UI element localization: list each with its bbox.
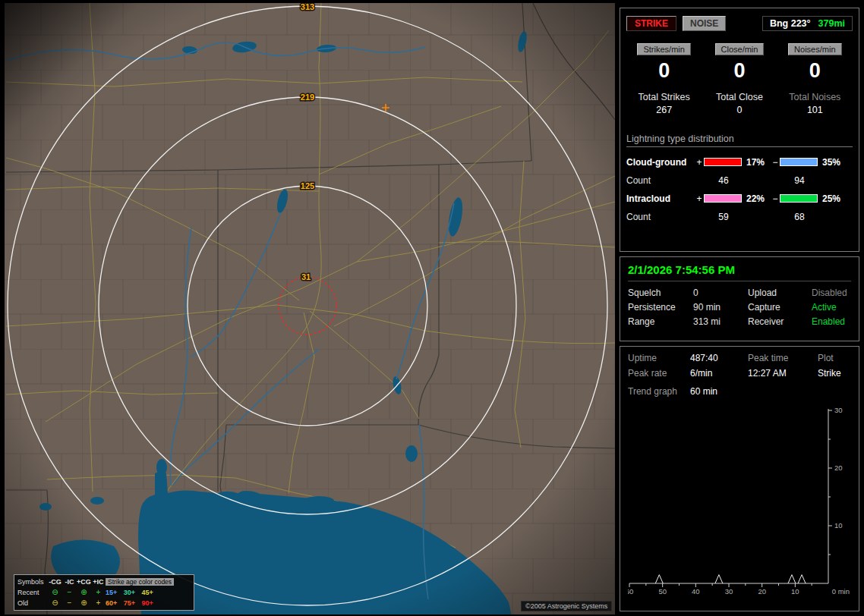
range-value: 313 mi	[693, 316, 748, 327]
datetime-readout: 2/1/2026 7:54:56 PM	[628, 263, 851, 281]
intracloud-negative-pct: 25%	[819, 193, 853, 204]
svg-text:219: 219	[301, 93, 314, 102]
plus-sign: +	[695, 193, 704, 204]
persistence-value: 90 min	[693, 302, 748, 313]
old-neg-ic-icon: −	[62, 599, 77, 607]
recent-pos-cg-icon: ⊕	[77, 589, 91, 596]
capture-label: Capture	[748, 302, 812, 313]
legend-col-neg-ic: -IC	[62, 578, 77, 586]
intracloud-label: Intracloud	[626, 193, 695, 204]
cloud-ground-positive-count: 46	[704, 175, 743, 186]
sidebar: STRIKE NOISE Bng 223° 379mi Strikes/min …	[620, 8, 859, 611]
svg-text:50: 50	[658, 587, 667, 596]
svg-text:30: 30	[834, 406, 843, 414]
minus-sign: −	[771, 157, 780, 168]
svg-text:40: 40	[692, 587, 700, 596]
plot-value: Strike	[818, 368, 851, 379]
cloud-ground-negative-pct: 35%	[819, 157, 853, 168]
peak-rate-value: 6/min	[690, 368, 748, 379]
legend-symbols-label: Symbols	[17, 578, 48, 586]
total-close-label: Total Close	[702, 92, 777, 102]
distribution-grid: Cloud-ground + 17% − 35% Count 46 94 Int…	[626, 153, 853, 226]
total-strikes-label: Total Strikes	[626, 92, 702, 102]
intracloud-positive-count: 59	[704, 212, 743, 222]
cloud-ground-negative-count: 94	[780, 175, 819, 186]
bearing-range-value: 379mi	[818, 18, 845, 29]
svg-text:20: 20	[758, 587, 766, 596]
svg-text:125: 125	[301, 181, 314, 190]
svg-text:0 min: 0 min	[832, 587, 850, 596]
recent-neg-ic-icon: −	[62, 589, 77, 596]
svg-text:313: 313	[301, 2, 314, 11]
svg-text:10: 10	[834, 521, 843, 530]
trend-panel: Uptime 487:40 Peak time Plot Peak rate 6…	[620, 346, 859, 611]
svg-text:60: 60	[628, 587, 633, 596]
legend-old-label: Old	[17, 599, 48, 607]
trend-graph: 3020106050403020100 min	[628, 403, 853, 602]
stats-grid: Uptime 487:40 Peak time Plot Peak rate 6…	[628, 353, 851, 379]
totals-label-row: Total Strikes Total Close Total Noises	[626, 92, 853, 102]
strikes-per-min-value: 0	[626, 60, 702, 83]
count-label: Count	[626, 212, 695, 222]
intracloud-negative-bar	[780, 194, 818, 203]
old-age-codes: 60+ 75+ 90+	[106, 599, 191, 607]
cloud-ground-positive-bar	[704, 158, 742, 166]
status-grid: Squelch 0 Upload Disabled Persistence 90…	[628, 288, 851, 327]
recent-age-codes: 15+ 30+ 45+	[106, 589, 191, 596]
map-legend: Symbols -CG -IC +CG +IC Strike age color…	[14, 574, 194, 611]
peak-time-label: Peak time	[748, 353, 818, 363]
legend-col-pos-cg: +CG	[77, 578, 91, 586]
intracloud-positive-bar	[704, 194, 742, 203]
rate-chip-row: Strikes/min Close/min Noises/min	[626, 42, 853, 55]
legend-old-row: Old ⊖ − ⊕ + 60+ 75+ 90+	[17, 598, 191, 608]
svg-text:30: 30	[725, 587, 733, 596]
receiver-label: Receiver	[748, 316, 812, 327]
legend-header-row: Symbols -CG -IC +CG +IC Strike age color…	[17, 577, 191, 587]
total-strikes-value: 267	[626, 105, 702, 115]
bearing-readout: Bng 223° 379mi	[762, 16, 853, 31]
squelch-label: Squelch	[628, 288, 693, 298]
cloud-ground-label: Cloud-ground	[626, 157, 695, 168]
minus-sign: −	[771, 193, 780, 204]
peak-rate-label: Peak rate	[628, 368, 690, 379]
legend-col-pos-ic: +IC	[91, 578, 106, 586]
persistence-label: Persistence	[628, 302, 693, 313]
recent-pos-ic-icon: +	[91, 589, 106, 596]
intracloud-negative-count: 68	[780, 212, 819, 222]
svg-text:20: 20	[834, 464, 843, 472]
svg-text:31: 31	[301, 272, 311, 281]
count-label: Count	[626, 175, 695, 186]
strike-stats-panel: STRIKE NOISE Bng 223° 379mi Strikes/min …	[620, 8, 859, 252]
copyright-label: ©2005 Astrogenic Systems	[521, 601, 612, 611]
rate-value-row: 0 0 0	[626, 60, 853, 83]
legend-recent-row: Recent ⊖ − ⊕ + 15+ 30+ 45+	[17, 587, 191, 598]
strike-mode-button[interactable]: STRIKE	[626, 16, 676, 31]
cloud-ground-positive-pct: 17%	[743, 157, 771, 168]
close-per-min-chip: Close/min	[715, 43, 765, 55]
total-close-value: 0	[702, 105, 777, 115]
upload-status: Disabled	[812, 288, 851, 298]
old-neg-cg-icon: ⊖	[48, 599, 62, 607]
cloud-ground-negative-bar	[780, 158, 818, 166]
strikes-per-min-chip: Strikes/min	[637, 43, 690, 55]
capture-status: Active	[812, 302, 851, 313]
receiver-status: Enabled	[812, 316, 851, 327]
range-label: Range	[628, 316, 693, 327]
status-panel: 2/1/2026 7:54:56 PM Squelch 0 Upload Dis…	[620, 256, 859, 341]
upload-label: Upload	[748, 288, 812, 298]
distribution-title: Lightning type distribution	[626, 134, 853, 147]
map-corner-shade	[5, 3, 232, 231]
trend-graph-header: Trend graph 60 min	[628, 386, 851, 397]
lightning-map[interactable]: 313 219 125 31	[0, 0, 616, 616]
noise-mode-button[interactable]: NOISE	[683, 16, 726, 31]
old-pos-cg-icon: ⊕	[77, 599, 91, 607]
uptime-value: 487:40	[690, 353, 748, 363]
nexstorm-window: 313 219 125 31 Symbols -CG -IC +CG +IC S…	[0, 0, 864, 616]
close-per-min-value: 0	[702, 60, 777, 83]
squelch-value: 0	[693, 288, 748, 298]
total-noises-value: 101	[777, 105, 853, 115]
noises-per-min-chip: Noises/min	[788, 43, 841, 55]
uptime-label: Uptime	[628, 353, 690, 363]
noises-per-min-value: 0	[777, 60, 853, 83]
svg-text:10: 10	[791, 587, 799, 596]
